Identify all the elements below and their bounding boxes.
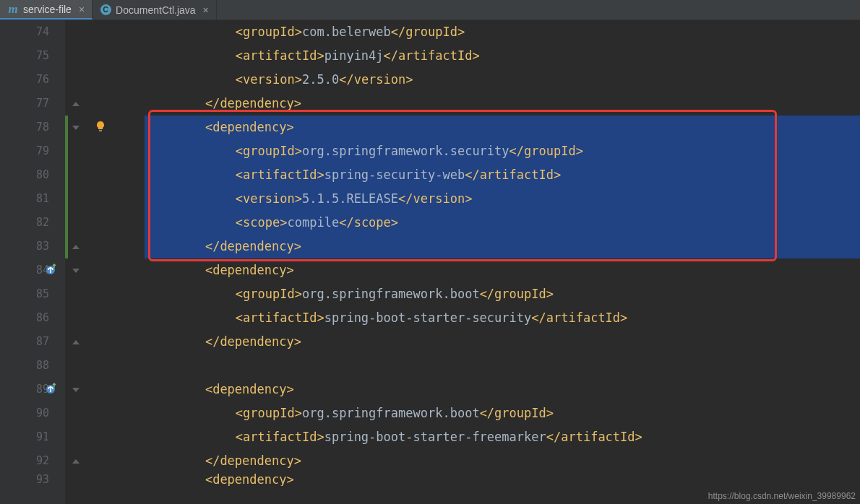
vcs-change-marker [65,235,68,258]
fold-close-icon[interactable] [72,102,79,106]
line-number: 88 [0,354,49,378]
margin-row [65,139,145,163]
code-line[interactable]: <groupId>com.belerweb</groupId> [145,20,860,44]
code-line[interactable]: <groupId>org.springframework.boot</group… [145,282,860,306]
code-line[interactable]: <artifactId>spring-boot-starter-security… [145,306,860,330]
tab-service-file[interactable]: mservice-file× [0,0,93,19]
line-number: 82 [0,211,49,235]
line-number: 83 [0,235,49,258]
line-number: 75 [0,44,49,68]
code-line[interactable]: </dependency> [145,235,860,258]
editor-tabs: mservice-file×CDocumentCtl.java× [0,0,860,20]
vcs-change-marker [65,116,68,139]
code-line[interactable]: <artifactId>spring-security-web</artifac… [145,163,860,187]
watermark-text: https://blog.csdn.net/weixin_39989962 [708,491,856,501]
close-icon[interactable]: × [203,4,209,16]
line-number: 90 [0,401,49,425]
file-type-icon: C [100,4,111,16]
line-number: 89 [0,378,49,401]
code-line[interactable]: <artifactId>pinyin4j</artifactId> [145,44,860,68]
fold-close-icon[interactable] [72,340,79,344]
margin-row [65,44,145,68]
margin-row [65,330,145,354]
margin-row [65,163,145,187]
line-number: 87 [0,330,49,354]
margin-row [65,473,145,486]
svg-rect-0 [99,130,102,131]
code-line[interactable]: <groupId>org.springframework.boot</group… [145,401,860,425]
line-number: 86 [0,306,49,330]
code-line[interactable] [145,354,860,378]
vcs-change-marker [65,187,68,211]
line-number: 92 [0,449,49,473]
file-type-icon: m [7,4,19,15]
code-line[interactable]: <dependency> [145,473,860,486]
vcs-change-marker [65,163,68,187]
line-number: 79 [0,139,49,163]
tab-documentctl-java[interactable]: CDocumentCtl.java× [93,0,217,19]
fold-close-icon[interactable] [72,245,79,249]
close-icon[interactable]: × [79,4,85,15]
margin-row [65,20,145,44]
code-area[interactable]: <groupId>com.belerweb</groupId> <artifac… [145,20,860,504]
line-number: 81 [0,187,49,211]
code-line[interactable]: <dependency> [145,116,860,139]
code-line[interactable]: <version>5.1.5.RELEASE</version> [145,187,860,211]
margin-row [65,235,145,258]
tab-label: service-file [23,4,72,15]
code-line[interactable]: <dependency> [145,378,860,401]
line-number: 78 [0,116,49,139]
margin-row [65,187,145,211]
margin-row [65,401,145,425]
margin-row [65,211,145,235]
margin-row [65,354,145,378]
fold-close-icon[interactable] [72,459,79,464]
margin-row [65,282,145,306]
margin-row [65,378,145,401]
fold-open-icon[interactable] [72,269,79,273]
margin-row [65,92,145,116]
tab-label: DocumentCtl.java [116,4,196,16]
margin-row [65,68,145,92]
vcs-change-marker [65,211,68,235]
line-number: 76 [0,68,49,92]
margin-row [65,116,145,139]
code-line[interactable]: <version>2.5.0</version> [145,68,860,92]
code-editor[interactable]: 7475767778798081828384858687888990919293… [0,20,860,504]
margin-row [65,258,145,282]
fold-open-icon[interactable] [72,388,79,392]
line-number: 80 [0,163,49,187]
override-gutter-icon[interactable] [45,382,58,398]
code-line[interactable]: </dependency> [145,449,860,473]
fold-open-icon[interactable] [72,126,79,130]
margin-row [65,306,145,330]
line-number: 91 [0,425,49,449]
code-line[interactable]: <artifactId>spring-boot-starter-freemark… [145,425,860,449]
code-line[interactable]: <groupId>org.springframework.security</g… [145,139,860,163]
margin-row [65,425,145,449]
line-number: 74 [0,20,49,44]
line-number: 77 [0,92,49,116]
code-line[interactable]: </dependency> [145,92,860,116]
override-gutter-icon[interactable] [45,263,58,279]
line-number: 84 [0,258,49,282]
code-line[interactable]: </dependency> [145,330,860,354]
code-line[interactable]: <dependency> [145,258,860,282]
intention-bulb-icon[interactable] [94,120,107,136]
line-number: 93 [0,473,49,486]
vcs-change-marker [65,139,68,163]
editor-margin [65,20,145,504]
code-line[interactable]: <scope>compile</scope> [145,211,860,235]
line-number: 85 [0,282,49,306]
margin-row [65,449,145,473]
